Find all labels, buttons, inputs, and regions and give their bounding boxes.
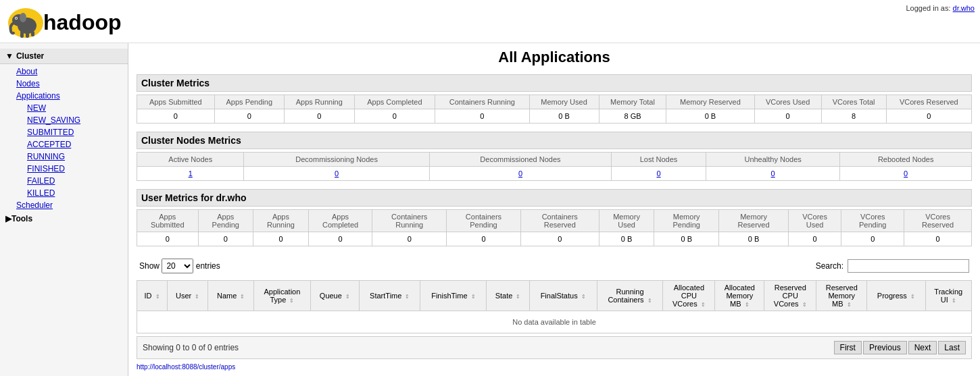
cluster-label: Cluster — [16, 51, 44, 61]
tools-label: Tools — [11, 214, 32, 223]
sidebar-item-about[interactable]: About — [5, 65, 128, 78]
data-table-header-14[interactable]: Progress ⇕ — [867, 281, 925, 311]
data-table-header-15[interactable]: TrackingUI ⇕ — [925, 281, 972, 311]
user-metrics-value-2: 0 — [253, 232, 308, 246]
sidebar-item-nodes[interactable]: Nodes — [5, 78, 128, 90]
cluster-metrics-header-9: VCores Total — [821, 95, 886, 109]
username-link[interactable]: dr.who — [953, 4, 975, 12]
cluster-metrics-header-8: VCores Used — [754, 95, 821, 109]
data-table-header-7[interactable]: State ⇕ — [487, 281, 529, 311]
cluster-metrics-value-8: 0 — [754, 109, 821, 124]
cluster-metrics-header-7: Memory Reserved — [666, 95, 754, 109]
sidebar-item-finished[interactable]: FINISHED — [16, 163, 128, 175]
pagination-buttons: First Previous Next Last — [834, 341, 966, 354]
search-box: Search: — [816, 259, 969, 273]
entries-label: entries — [196, 261, 220, 271]
data-table-header-11[interactable]: AllocatedMemoryMB ⇕ — [715, 281, 764, 311]
user-metrics-value-4: 0 — [372, 232, 447, 246]
nodes-metrics-link-4[interactable]: 0 — [771, 169, 775, 178]
data-table-header-10[interactable]: AllocatedCPUVCores ⇕ — [663, 281, 715, 311]
nodes-metrics-value-0: 1 — [137, 167, 244, 181]
nodes-metrics-link-2[interactable]: 0 — [518, 169, 522, 178]
cluster-metrics-value-4: 0 — [435, 109, 529, 124]
pagination-first-button[interactable]: First — [834, 341, 862, 354]
user-metrics-section: User Metrics for dr.who Apps SubmittedAp… — [137, 189, 972, 246]
pagination-previous-button[interactable]: Previous — [863, 341, 907, 354]
user-metrics-header-7: Memory Used — [599, 210, 654, 232]
cluster-metrics-value-3: 0 — [354, 109, 435, 124]
svg-rect-6 — [20, 31, 24, 38]
show-entries-control: Show 102050100 entries — [139, 259, 220, 273]
nodes-metrics-link-1[interactable]: 0 — [335, 169, 339, 178]
data-table-header-2[interactable]: Name ⇕ — [208, 281, 254, 311]
nodes-metrics-link-0[interactable]: 1 — [189, 169, 193, 178]
nodes-metrics-header-2: Decommissioned Nodes — [429, 153, 611, 167]
data-table-header-8[interactable]: FinalStatus ⇕ — [529, 281, 597, 311]
table-controls: Show 102050100 entries Search: — [137, 254, 972, 277]
cluster-metrics-value-1: 0 — [214, 109, 284, 124]
nodes-metrics-link-5[interactable]: 0 — [904, 169, 908, 178]
data-table-header-3[interactable]: ApplicationType ⇕ — [254, 281, 310, 311]
status-url: http://localhost:8088/cluster/apps — [137, 362, 972, 372]
user-metrics-title: User Metrics for dr.who — [137, 189, 972, 207]
cluster-metrics-header-4: Containers Running — [435, 95, 529, 109]
sidebar-item-new-saving[interactable]: NEW_SAVING — [16, 114, 128, 126]
cluster-metrics-title: Cluster Metrics — [137, 74, 972, 92]
user-metrics-value-8: 0 B — [654, 232, 719, 246]
cluster-links: About Nodes Applications NEW NEW_SAVING … — [0, 65, 128, 211]
data-table-header-6[interactable]: FinishTime ⇕ — [420, 281, 487, 311]
cluster-metrics-value-5: 0 B — [529, 109, 599, 124]
data-table-header-12[interactable]: ReservedCPUVCores ⇕ — [764, 281, 816, 311]
user-metrics-value-1: 0 — [198, 232, 253, 246]
user-metrics-value-10: 0 — [788, 232, 841, 246]
sidebar-item-applications[interactable]: Applications — [5, 90, 128, 102]
user-metrics-value-3: 0 — [308, 232, 372, 246]
tools-section-header[interactable]: ▶ Tools — [0, 211, 128, 226]
nodes-metrics-link-3[interactable]: 0 — [656, 169, 660, 178]
data-table-header-0[interactable]: ID ⇕ — [137, 281, 168, 311]
sidebar-item-failed[interactable]: FAILED — [16, 175, 128, 187]
user-metrics-table: Apps SubmittedApps PendingApps RunningAp… — [137, 209, 972, 246]
show-label: Show — [139, 261, 160, 271]
header: hadoop Logged in as: dr.who — [0, 0, 980, 43]
sidebar-item-accepted[interactable]: ACCEPTED — [16, 138, 128, 151]
data-table-header-13[interactable]: ReservedMemoryMB ⇕ — [816, 281, 867, 311]
user-metrics-header-5: Containers Pending — [447, 210, 520, 232]
cluster-nodes-title: Cluster Nodes Metrics — [137, 132, 972, 149]
cluster-metrics-section: Cluster Metrics Apps SubmittedApps Pendi… — [137, 74, 972, 124]
user-metrics-header-10: VCores Used — [788, 210, 841, 232]
data-table-header-9[interactable]: RunningContainers ⇕ — [597, 281, 663, 311]
sidebar-item-submitted[interactable]: SUBMITTED — [16, 126, 128, 138]
sidebar-item-scheduler[interactable]: Scheduler — [5, 199, 128, 211]
user-metrics-header-3: Apps Completed — [308, 210, 372, 232]
nodes-metrics-value-5: 0 — [840, 167, 972, 181]
nodes-metrics-header-0: Active Nodes — [137, 153, 244, 167]
data-table-header-1[interactable]: User ⇕ — [168, 281, 208, 311]
user-metrics-header-1: Apps Pending — [198, 210, 253, 232]
sidebar-item-running[interactable]: RUNNING — [16, 151, 128, 163]
user-metrics-value-0: 0 — [137, 232, 199, 246]
cluster-nodes-table: Active NodesDecommissioning NodesDecommi… — [137, 152, 972, 181]
pagination-next-button[interactable]: Next — [908, 341, 937, 354]
no-data-message: No data available in table — [137, 311, 972, 333]
user-metrics-header-6: Containers Reserved — [520, 210, 599, 232]
data-table-header-5[interactable]: StartTime ⇕ — [360, 281, 420, 311]
nodes-metrics-header-5: Rebooted Nodes — [840, 153, 972, 167]
cluster-metrics-value-0: 0 — [137, 109, 215, 124]
show-entries-select[interactable]: 102050100 — [162, 259, 193, 273]
search-input[interactable] — [848, 259, 969, 273]
data-table-header-4[interactable]: Queue ⇕ — [310, 281, 360, 311]
sidebar: ▼ Cluster About Nodes Applications NEW N… — [0, 43, 128, 376]
nodes-metrics-header-row: Active NodesDecommissioning NodesDecommi… — [137, 153, 972, 167]
pagination-info: Showing 0 to 0 of 0 entries — [143, 343, 239, 352]
hadoop-logo-image — [5, 4, 46, 41]
sidebar-item-new[interactable]: NEW — [16, 102, 128, 114]
cluster-metrics-value-9: 8 — [821, 109, 886, 124]
pagination-last-button[interactable]: Last — [938, 341, 966, 354]
cluster-metrics-header-0: Apps Submitted — [137, 95, 215, 109]
nodes-metrics-header-3: Lost Nodes — [612, 153, 706, 167]
cluster-section-header[interactable]: ▼ Cluster — [0, 49, 128, 64]
cluster-metrics-header-3: Apps Completed — [354, 95, 435, 109]
user-metrics-header-2: Apps Running — [253, 210, 308, 232]
sidebar-item-killed[interactable]: KILLED — [16, 187, 128, 199]
